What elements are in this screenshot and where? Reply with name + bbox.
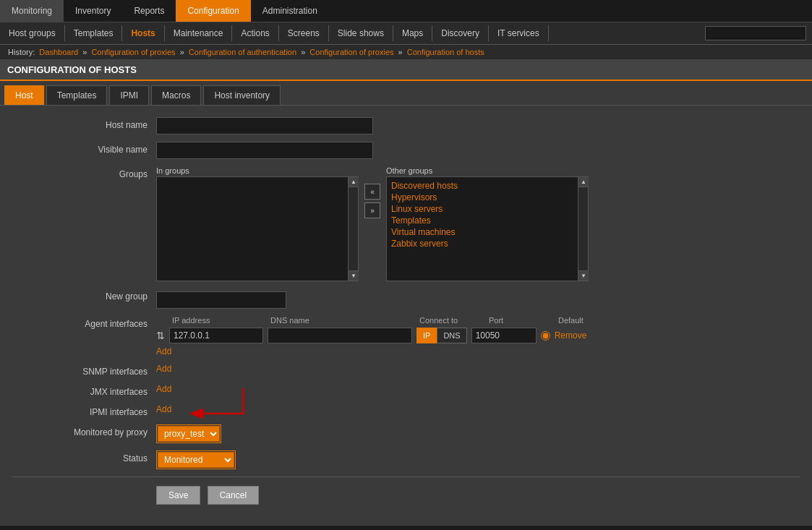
visible-name-input[interactable] — [156, 142, 373, 159]
search-input[interactable] — [705, 26, 806, 40]
jmx-add-link[interactable]: Add — [156, 384, 171, 394]
nav-host-groups[interactable]: Host groups — [0, 25, 65, 41]
groups-arrow-buttons: « » — [364, 166, 380, 218]
tab-host[interactable]: Host — [4, 85, 44, 105]
groups-label: Groups — [12, 166, 156, 179]
save-button[interactable]: Save — [156, 486, 200, 505]
group-linux-servers[interactable]: Linux servers — [390, 203, 575, 215]
tab-host-inventory[interactable]: Host inventory — [203, 85, 281, 105]
nav-discovery[interactable]: Discovery — [432, 25, 489, 41]
in-groups-scrollbar[interactable]: ▲ ▼ — [348, 177, 358, 281]
top-navigation: Monitoring Inventory Reports Configurati… — [0, 0, 812, 22]
breadcrumb-dashboard[interactable]: Dashboard — [39, 48, 78, 56]
tab-ipmi[interactable]: IPMI — [109, 85, 149, 105]
new-group-row: New group — [12, 288, 800, 309]
buttons-row: Save Cancel — [12, 476, 800, 513]
port-input[interactable] — [471, 328, 537, 343]
ipmi-interfaces-label: IPMI interfaces — [12, 404, 156, 417]
nav-reports[interactable]: Reports — [122, 0, 176, 22]
nav-monitoring[interactable]: Monitoring — [0, 0, 64, 22]
page-title: CONFIGURATION OF HOSTS — [0, 60, 812, 81]
tabs-bar: Host Templates IPMI Macros Host inventor… — [0, 81, 812, 106]
interface-headers: IP address DNS name Connect to Port Defa… — [156, 316, 800, 325]
tab-macros[interactable]: Macros — [151, 85, 201, 105]
nav-inventory[interactable]: Inventory — [64, 0, 122, 22]
ipmi-add-link[interactable]: Add — [156, 404, 171, 414]
new-group-input[interactable] — [156, 291, 286, 309]
status-control: Monitored Not monitored — [156, 450, 800, 469]
default-radio[interactable] — [541, 331, 550, 341]
agent-interfaces-control: IP address DNS name Connect to Port Defa… — [156, 316, 800, 356]
breadcrumb-config-hosts[interactable]: Configuration of hosts — [407, 48, 484, 56]
monitored-by-proxy-label: Monitored by proxy — [12, 424, 156, 437]
other-scroll-down-icon[interactable]: ▼ — [578, 270, 589, 281]
breadcrumb-config-proxies2[interactable]: Configuration of proxies — [309, 48, 393, 56]
nav-configuration[interactable]: Configuration — [176, 0, 250, 22]
nav-maintenance[interactable]: Maintenance — [165, 25, 233, 41]
scroll-down-icon[interactable]: ▼ — [349, 270, 359, 281]
nav-maps[interactable]: Maps — [393, 25, 432, 41]
nav-slide-shows[interactable]: Slide shows — [329, 25, 393, 41]
group-hypervisors[interactable]: Hypervisors — [390, 192, 575, 203]
nav-hosts[interactable]: Hosts — [122, 25, 164, 41]
scroll-up-icon[interactable]: ▲ — [349, 177, 359, 187]
move-left-button[interactable]: « — [364, 184, 380, 200]
port-header: Port — [489, 316, 554, 325]
groups-controls: In groups ▲ ▼ « » Other groups — [156, 166, 589, 281]
dns-name-input[interactable] — [268, 328, 412, 343]
visible-name-row: Visible name — [12, 142, 800, 159]
visible-name-label: Visible name — [12, 142, 156, 155]
ip-address-input[interactable] — [169, 328, 263, 343]
other-groups-label: Other groups — [386, 166, 589, 175]
group-discovered-hosts[interactable]: Discovered hosts — [390, 180, 575, 192]
proxy-select[interactable]: (no proxy) proxy_test — [158, 426, 220, 442]
agent-add-row: Add — [156, 346, 800, 356]
other-scroll-up-icon[interactable]: ▲ — [578, 177, 589, 187]
nav-templates[interactable]: Templates — [65, 25, 123, 41]
new-group-label: New group — [12, 288, 156, 302]
agent-interfaces-row: Agent interfaces IP address DNS name Con… — [12, 316, 800, 356]
status-select-wrapper: Monitored Not monitored — [156, 450, 236, 469]
in-groups-section: In groups ▲ ▼ — [156, 166, 359, 281]
remove-link[interactable]: Remove — [555, 330, 587, 341]
host-name-input[interactable] — [156, 117, 373, 134]
other-groups-list: Discovered hosts Hypervisors Linux serve… — [386, 176, 589, 281]
connect-ip-button[interactable]: IP — [416, 328, 437, 343]
ip-address-header: IP address — [172, 316, 266, 325]
group-virtual-machines[interactable]: Virtual machines — [390, 226, 575, 238]
agent-add-link[interactable]: Add — [156, 346, 171, 356]
snmp-add-link[interactable]: Add — [156, 364, 171, 374]
proxy-select-wrapper: (no proxy) proxy_test — [156, 424, 221, 443]
status-select[interactable]: Monitored Not monitored — [158, 452, 234, 468]
ipmi-interfaces-control: Add — [156, 404, 800, 414]
tab-templates[interactable]: Templates — [46, 85, 108, 105]
jmx-interfaces-label: JMX interfaces — [12, 384, 156, 397]
nav-administration[interactable]: Administration — [251, 0, 329, 22]
cancel-button[interactable]: Cancel — [208, 486, 259, 505]
connect-to-header: Connect to — [419, 316, 484, 325]
monitored-by-proxy-row: Monitored by proxy (no proxy) proxy_test — [12, 424, 800, 443]
breadcrumb-config-proxies[interactable]: Configuration of proxies — [91, 48, 175, 56]
sort-handle-icon[interactable]: ⇅ — [156, 330, 165, 341]
other-groups-items: Discovered hosts Hypervisors Linux serve… — [387, 177, 588, 252]
dns-name-header: DNS name — [270, 316, 415, 325]
connect-to-buttons: IP DNS — [416, 328, 467, 343]
group-zabbix-servers[interactable]: Zabbix servers — [390, 238, 575, 249]
content-area: Host name Visible name Groups In groups … — [0, 106, 812, 525]
move-right-button[interactable]: » — [364, 202, 380, 218]
status-row: Status Monitored Not monitored — [12, 450, 800, 469]
footer: Zabbix 2.2.2 Copyright 2001-2014 by Zabb… — [0, 525, 812, 530]
in-groups-label: In groups — [156, 166, 359, 175]
monitored-by-proxy-control: (no proxy) proxy_test — [156, 424, 800, 443]
nav-actions[interactable]: Actions — [232, 25, 278, 41]
host-name-row: Host name — [12, 117, 800, 134]
other-groups-scrollbar[interactable]: ▲ ▼ — [578, 177, 588, 281]
breadcrumb-config-auth[interactable]: Configuration of authentication — [189, 48, 296, 56]
group-templates[interactable]: Templates — [390, 215, 575, 226]
agent-interfaces-label: Agent interfaces — [12, 316, 156, 329]
connect-dns-button[interactable]: DNS — [437, 328, 466, 343]
nav-screens[interactable]: Screens — [279, 25, 329, 41]
groups-row: Groups In groups ▲ ▼ « » Ot — [12, 166, 800, 281]
nav-it-services[interactable]: IT services — [489, 25, 549, 41]
jmx-interfaces-row: JMX interfaces Add — [12, 384, 800, 397]
